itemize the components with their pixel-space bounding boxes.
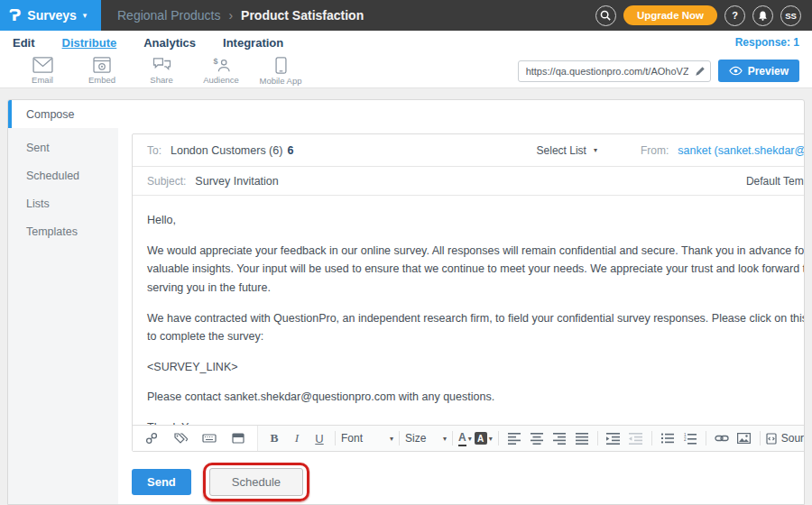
highlight-color-button[interactable]: A ▾ — [475, 432, 493, 445]
channel-email-label: Email — [32, 75, 53, 85]
survey-url-wrap — [518, 60, 711, 82]
align-right-icon[interactable] — [549, 429, 569, 448]
content-area: Compose Sent Scheduled Lists Templates T… — [0, 88, 812, 505]
select-list-label: Select List — [537, 144, 586, 157]
email-body-editor[interactable]: Hello, We would appreciate your feedback… — [133, 196, 805, 425]
subject-row: Subject: Survey Invitation Default Templ… — [133, 167, 805, 196]
channel-embed-label: Embed — [88, 75, 115, 85]
channel-share-label: Share — [150, 75, 172, 85]
sidebar-item-templates[interactable]: Templates — [8, 217, 118, 245]
search-button[interactable] — [595, 5, 616, 26]
indent-decrease-icon[interactable] — [626, 429, 646, 448]
preview-label: Preview — [748, 65, 789, 78]
channel-share[interactable]: Share — [132, 57, 191, 85]
keyboard-icon[interactable] — [199, 429, 219, 448]
tab-analytics[interactable]: Analytics — [143, 36, 196, 50]
subject-label: Subject: — [147, 175, 186, 188]
sidebar-item-compose[interactable]: Compose — [8, 100, 118, 128]
edit-url-pencil-icon[interactable] — [695, 66, 706, 77]
search-icon — [600, 10, 611, 21]
subject-value[interactable]: Survey Invitation — [195, 175, 278, 188]
sidebar-item-scheduled[interactable]: Scheduled — [8, 161, 118, 189]
channel-mobile-app[interactable]: Mobile App — [251, 57, 310, 86]
align-justify-icon[interactable] — [572, 429, 592, 448]
sidebar-item-lists[interactable]: Lists — [8, 189, 118, 217]
template-dropdown[interactable]: Default Template ▾ — [746, 175, 805, 188]
tab-edit[interactable]: Edit — [13, 36, 35, 50]
size-dropdown-label: Size — [405, 432, 426, 445]
user-avatar[interactable]: SS — [780, 5, 801, 26]
toolbar-divider — [335, 431, 336, 445]
highlight-color-icon: A — [475, 432, 487, 445]
font-dropdown-label: Font — [341, 432, 363, 445]
hyperlink-icon[interactable] — [712, 429, 732, 448]
body-paragraph: <SURVEY_LINK> — [147, 358, 805, 377]
editor-toolbar: B I U Font ▾ Size ▾ A — [133, 425, 805, 451]
select-list-dropdown[interactable]: Select List ▾ — [537, 144, 597, 157]
survey-link-icon[interactable] — [142, 429, 161, 448]
template-label: Default Template — [746, 175, 805, 188]
survey-url-input[interactable] — [518, 60, 711, 82]
sidebar-item-sent[interactable]: Sent — [8, 133, 118, 161]
insert-button-icon[interactable] — [228, 429, 248, 448]
schedule-button[interactable]: Schedule — [209, 468, 303, 496]
body-paragraph: We would appreciate your feedback in our… — [147, 242, 805, 298]
to-value[interactable]: London Customers (6) — [171, 144, 282, 157]
breadcrumb-folder[interactable]: Regional Products — [117, 8, 220, 23]
chevron-down-icon: ▾ — [390, 435, 393, 443]
tab-distribute[interactable]: Distribute — [62, 36, 117, 50]
preview-button[interactable]: Preview — [718, 60, 799, 82]
align-center-icon[interactable] — [527, 429, 547, 448]
source-button[interactable]: Source — [766, 432, 805, 445]
survey-nav: Edit Distribute Analytics Integration Re… — [0, 31, 812, 54]
top-header: Ɂ Surveys ▾ Regional Products › Product … — [0, 0, 812, 31]
channel-mobile-label: Mobile App — [259, 76, 301, 86]
distribute-channels-toolbar: Email Embed Share $ Audience Mobile App — [0, 54, 812, 88]
text-color-icon: A — [458, 431, 466, 446]
underline-button[interactable]: U — [309, 429, 329, 448]
response-count: Response: 1 — [735, 36, 799, 49]
from-value[interactable]: sanket (sanket.shekdar@ques... — [678, 144, 805, 157]
chevron-down-icon: ▾ — [83, 11, 88, 20]
upgrade-now-button[interactable]: Upgrade Now — [623, 5, 717, 25]
app-logo[interactable]: Ɂ Surveys ▾ — [0, 0, 101, 31]
email-sidebar: Compose Sent Scheduled Lists Templates — [8, 100, 118, 504]
toolbar-divider — [399, 431, 400, 445]
share-icon — [152, 57, 172, 73]
toolbar-divider — [597, 431, 598, 445]
channel-audience[interactable]: $ Audience — [191, 57, 251, 85]
chevron-down-icon: ▾ — [443, 435, 447, 443]
eye-icon — [729, 66, 743, 76]
audience-icon: $ — [211, 57, 232, 73]
channel-embed[interactable]: Embed — [72, 57, 132, 85]
notifications-button[interactable] — [752, 5, 773, 26]
italic-button[interactable]: I — [287, 429, 307, 448]
from-group: From: sanket (sanket.shekdar@ques... — [641, 144, 805, 157]
embed-icon — [93, 57, 111, 73]
bold-button[interactable]: B — [264, 429, 284, 448]
source-label: Source — [781, 432, 805, 445]
help-button[interactable]: ? — [724, 5, 745, 26]
breadcrumb: Regional Products › Product Satisfaction — [117, 8, 364, 23]
tab-integration[interactable]: Integration — [223, 36, 283, 50]
product-switcher-label: Surveys — [27, 8, 76, 23]
schedule-button-wrap: Schedule — [209, 468, 303, 496]
merge-tag-icon[interactable] — [171, 429, 190, 448]
bulleted-list-icon[interactable] — [658, 429, 678, 448]
text-color-button[interactable]: A ▾ — [458, 431, 472, 446]
chevron-down-icon: ▾ — [489, 435, 493, 443]
source-doc-icon — [766, 433, 777, 445]
chevron-down-icon: ▾ — [468, 435, 472, 443]
insert-image-icon[interactable] — [734, 429, 754, 448]
body-paragraph: Thank You — [147, 418, 805, 425]
body-paragraph: We have contracted with QuestionPro, an … — [147, 309, 805, 346]
indent-increase-icon[interactable] — [604, 429, 623, 448]
action-buttons-row: Send Schedule — [132, 468, 805, 496]
size-dropdown[interactable]: Size ▾ — [405, 432, 447, 445]
send-button[interactable]: Send — [132, 469, 191, 495]
align-left-icon[interactable] — [504, 429, 524, 448]
channel-email[interactable]: Email — [13, 57, 72, 85]
chevron-down-icon: ▾ — [594, 146, 597, 154]
numbered-list-icon[interactable]: 12 — [680, 429, 700, 448]
font-dropdown[interactable]: Font ▾ — [341, 432, 393, 445]
